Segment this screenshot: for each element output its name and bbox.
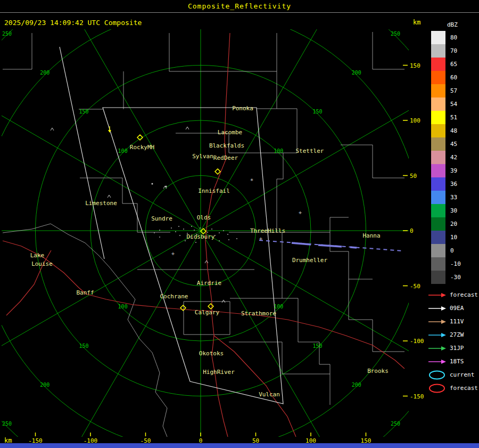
city-label: Sundre — [151, 215, 172, 222]
legend-label: forecast — [450, 385, 478, 392]
dbz-swatch — [431, 137, 445, 151]
dbz-scale-entry: 30 — [426, 204, 479, 217]
radar-site-icon — [215, 169, 220, 174]
dbz-value: 42 — [450, 154, 457, 161]
right-axis-label: 150 — [410, 62, 420, 69]
dbz-scale-entry: 54 — [426, 97, 479, 111]
dbz-scale-entry: 70 — [426, 44, 479, 58]
obs-caret-icon — [51, 128, 54, 131]
dbz-scale-entry: 60 — [426, 71, 479, 84]
legend-item: 09EA — [428, 302, 479, 315]
dbz-scale-entry: 33 — [426, 191, 479, 204]
echo-dot — [200, 227, 201, 229]
storm-track-segment — [318, 245, 342, 247]
city-label: Stettler — [296, 148, 324, 154]
range-spoke — [0, 82, 201, 231]
dbz-value: 10 — [450, 234, 457, 241]
city-label: Limestone — [85, 200, 117, 207]
county-boundary — [229, 217, 349, 232]
dbz-value: 80 — [450, 34, 457, 41]
track-ellipse-icon — [428, 383, 447, 394]
legend-label: 111V — [450, 318, 464, 325]
range-label: 100 — [274, 148, 283, 154]
radar-map[interactable]: *+++PonokaLacombeBlackfaldsRedDeerSylvan… — [0, 0, 479, 448]
dbz-swatch — [431, 71, 445, 84]
echo-dot — [207, 232, 208, 233]
city-label: Sylvan — [192, 153, 213, 160]
storm-track-segment — [350, 247, 357, 248]
city-label: RedDeer — [213, 154, 238, 161]
range-label: 250 — [2, 421, 12, 427]
map-layers: *+++ — [0, 0, 479, 448]
radar-site-icon — [208, 304, 213, 309]
legend-item: 27ZW — [428, 328, 479, 341]
echo-dot — [175, 231, 176, 232]
obs-asterisk-icon: * — [250, 177, 254, 184]
bottom-bar — [0, 443, 479, 448]
dbz-scale-entry: 45 — [426, 137, 479, 151]
right-axis-label: 0 — [410, 227, 414, 234]
obs-plus-icon: + — [259, 236, 262, 242]
range-label: 200 — [352, 70, 361, 76]
timestamp: 2025/09/23 14:09:42 UTC Composite — [4, 19, 142, 27]
range-spoke — [201, 0, 350, 231]
right-axis-label: 100 — [410, 117, 420, 124]
dbz-value: 20 — [450, 221, 457, 227]
range-label: 150 — [313, 343, 323, 349]
range-label: 250 — [2, 31, 12, 37]
right-axis-label: -100 — [410, 338, 424, 345]
dbz-value: 65 — [450, 61, 457, 68]
city-label: Strathmore — [241, 310, 276, 317]
dbz-scale-rows: 807065605754514845423936333020100-10-30 — [426, 31, 479, 284]
echo-dot — [194, 230, 195, 231]
echo-dot — [223, 230, 224, 231]
legend-item: forecast — [428, 288, 479, 302]
highway-line — [214, 336, 296, 437]
dbz-scale-entry: 80 — [426, 31, 479, 44]
storm-track-segment — [292, 243, 311, 245]
dbz-swatch — [431, 58, 445, 71]
right-axis-label: 50 — [410, 173, 417, 180]
dbz-swatch — [431, 31, 445, 44]
dbz-value: 39 — [450, 167, 457, 174]
echo-dot — [228, 239, 229, 240]
dbz-value: 57 — [450, 87, 457, 94]
dbz-value: 33 — [450, 194, 457, 201]
highway-line — [3, 241, 404, 369]
county-boundary — [3, 33, 32, 69]
legend-item: current — [428, 368, 479, 381]
dbz-swatch — [431, 164, 445, 177]
range-label: 150 — [79, 109, 88, 115]
dbz-swatch — [431, 271, 445, 284]
range-spoke — [201, 82, 459, 231]
echo-dot — [227, 234, 228, 235]
dbz-scale-entry: 42 — [426, 151, 479, 164]
city-label: Blackfalds — [209, 142, 244, 149]
dbz-scale-entry: 39 — [426, 164, 479, 177]
obs-dot-icon — [152, 183, 153, 185]
range-label: 200 — [40, 382, 49, 388]
legend-label: 18TS — [450, 358, 464, 365]
city-label: Banff — [76, 289, 94, 296]
dbz-swatch — [431, 151, 445, 164]
echo-dot — [236, 238, 237, 239]
dbz-swatch — [431, 244, 445, 257]
echo-dot — [154, 232, 155, 233]
dbz-scale-entry: 48 — [426, 124, 479, 137]
legend-label: 31JP — [450, 345, 464, 352]
obs-dot-icon — [166, 186, 167, 188]
track-legend: forecast09EA111V27ZW31JP18TScurrentforec… — [426, 288, 479, 395]
range-label: 100 — [274, 304, 283, 309]
legend-label: current — [450, 371, 474, 378]
dbz-value: 45 — [450, 141, 457, 148]
track-arrow-icon — [428, 331, 447, 339]
city-label: Ponoka — [232, 105, 253, 112]
range-spoke — [52, 231, 201, 448]
echo-dot — [211, 229, 212, 230]
range-label: 250 — [391, 421, 400, 427]
dbz-value: 30 — [450, 207, 457, 214]
dbz-scale-entry: 10 — [426, 231, 479, 244]
echo-dot — [219, 240, 220, 241]
echo-dot — [219, 232, 220, 233]
range-label: 150 — [313, 109, 323, 115]
